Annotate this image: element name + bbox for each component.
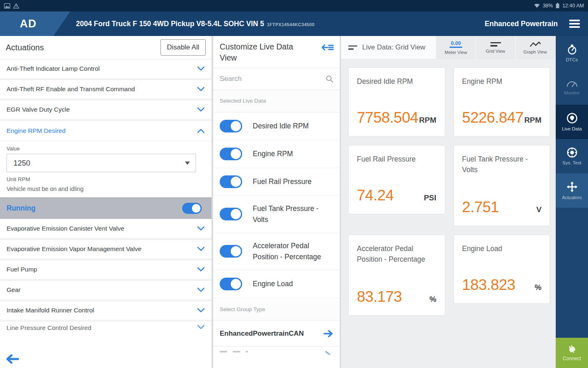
mode-label: Enhanced Powertrain <box>485 20 558 28</box>
actuation-item-egr-valve[interactable]: EGR Valve Duty Cycle <box>0 100 212 120</box>
chevron-down-icon[interactable] <box>197 107 205 112</box>
list-lines-icon <box>348 45 357 50</box>
graph-view-icon <box>530 41 541 47</box>
chevron-down-icon[interactable] <box>197 324 205 330</box>
live-data-toggle-row: Accelerator Pedal Position - Percentage <box>213 233 340 270</box>
dropdown-caret-icon <box>185 162 190 165</box>
actuation-item-anti-theft-lamp[interactable]: Anti-Theft Indicator Lamp Control <box>0 59 212 79</box>
card-value: 74.24 <box>357 187 394 204</box>
function-sidebar: DTCs Monitor Live Data Sys. Test Actuato… <box>555 36 588 368</box>
card-unit: V <box>536 205 541 214</box>
toggle-desired-idle-rpm[interactable] <box>220 120 242 132</box>
chevron-down-icon[interactable] <box>197 86 205 92</box>
card-desired-idle-rpm: Desired Idle RPM 7758.504 RPM <box>348 67 445 137</box>
card-unit: % <box>430 295 437 304</box>
sidebar-item-live-data[interactable]: Live Data <box>556 105 588 139</box>
chevron-down-icon[interactable] <box>197 267 205 272</box>
toggle-fuel-tank-pressure[interactable] <box>220 208 242 220</box>
running-row: Running <box>0 197 212 219</box>
actuation-item-line-pressure[interactable]: Line Pressure Control Desired <box>0 321 212 332</box>
screenshot-icon <box>4 3 10 9</box>
vehicle-vin: 1FTPX14544KC34500 <box>267 22 314 27</box>
card-fuel-rail-pressure: Fuel Rail Pressure 74.24 PSI <box>348 145 445 214</box>
warning-icon <box>13 3 19 9</box>
chevron-down-icon[interactable] <box>197 287 205 293</box>
sidebar-item-actuators[interactable]: Actuators <box>556 173 588 208</box>
live-data-toggle-row: Engine RPM <box>213 140 340 168</box>
clock-time: 12:40 AM <box>562 3 584 9</box>
card-unit: RPM <box>419 116 436 125</box>
hamburger-menu-icon[interactable] <box>569 20 580 28</box>
grid-view-icon <box>490 42 501 47</box>
actuation-item-gear[interactable]: Gear <box>0 280 212 301</box>
actuations-panel: Actuations Disable All Anti-Theft Indica… <box>0 36 212 368</box>
group-type-item[interactable]: EnhancedPowertrainCAN <box>213 321 340 347</box>
sidebar-item-dtcs[interactable]: DTCs <box>556 36 588 70</box>
actuation-item-evap-canister-vent[interactable]: Evaporative Emission Canister Vent Valve <box>0 219 212 239</box>
card-unit: % <box>535 283 541 292</box>
actuation-item-engine-rpm-desired[interactable]: Engine RPM Desired <box>0 120 212 141</box>
select-group-type-label: Select Group Type <box>213 298 340 321</box>
wifi-icon <box>534 4 540 8</box>
toggle-engine-load[interactable] <box>220 278 242 290</box>
live-data-toggle-row: Engine Load <box>213 270 340 298</box>
actuations-title: Actuations <box>6 43 44 52</box>
vehicle-title: 2004 Ford Truck F 150 4WD Pickup V8-5.4L… <box>76 20 264 28</box>
monitor-icon <box>566 80 578 88</box>
chevron-fragment-icon <box>325 351 331 355</box>
sidebar-item-sys-test[interactable]: Sys. Test <box>556 139 588 173</box>
back-arrow-icon[interactable] <box>6 354 20 364</box>
disable-all-button[interactable]: Disable All <box>160 39 206 56</box>
truncated-text <box>220 351 248 352</box>
live-data-card-grid: Desired Idle RPM 7758.504 RPM Engine RPM… <box>341 59 555 324</box>
toggle-accel-pedal-position[interactable] <box>220 245 242 258</box>
live-data-toggle-row: Fuel Tank Pressure - Volts <box>213 196 340 233</box>
rpm-value-select[interactable]: 1250 <box>7 154 196 172</box>
app-logo: AD <box>0 11 70 36</box>
forward-arrow-icon <box>323 330 333 337</box>
card-value: 183.823 <box>462 276 515 294</box>
card-fuel-tank-pressure-volts: Fuel Tank Pressure - Volts 2.751 V <box>454 145 550 226</box>
card-value: 2.751 <box>462 199 499 216</box>
grid-view-button[interactable]: Grid View <box>476 36 515 59</box>
running-toggle[interactable] <box>182 203 202 214</box>
card-value: 7758.504 <box>357 109 418 126</box>
sidebar-item-monitor[interactable]: Monitor <box>556 70 588 105</box>
chevron-down-icon[interactable] <box>197 307 205 313</box>
card-engine-rpm: Engine RPM 5226.847 RPM <box>454 67 550 137</box>
battery-percent: 38% <box>543 3 553 9</box>
chevron-down-icon[interactable] <box>197 246 205 252</box>
chevron-up-icon[interactable] <box>197 128 205 134</box>
live-data-toggle-row: Fuel Rail Pressure <box>213 168 340 196</box>
toggle-fuel-rail-pressure[interactable] <box>220 175 242 188</box>
view-title: Live Data: Grid View <box>362 43 425 52</box>
card-accelerator-pedal-position: Accelerator Pedal Position - Percentage … <box>348 235 445 316</box>
card-unit: PSI <box>424 193 437 202</box>
actuation-item-intake-manifold[interactable]: Intake Manifold Runner Control <box>0 301 212 321</box>
collapse-panel-icon[interactable] <box>322 43 334 64</box>
actuation-item-evap-vapor-mgmt[interactable]: Evaporative Emission Vapor Management Va… <box>0 239 212 260</box>
dtcs-icon <box>567 44 577 55</box>
search-row <box>213 68 340 90</box>
connect-button[interactable]: Connect <box>556 338 588 368</box>
actuation-item-fuel-pump[interactable]: Fuel Pump <box>0 260 212 280</box>
search-input[interactable] <box>220 75 326 83</box>
card-unit: RPM <box>524 116 541 125</box>
app-header: AD 2004 Ford Truck F 150 4WD Pickup V8-5… <box>0 11 588 36</box>
actuation-item-anti-theft-rf[interactable]: Anti-Theft RF Enable and Transmit Comman… <box>0 79 212 100</box>
value-field-label: Value <box>7 146 205 152</box>
live-data-main: Live Data: Grid View 0.00 Meter View Gri… <box>341 36 555 368</box>
engine-rpm-desired-detail: Value 1250 Unit RPM Vehicle must be on a… <box>0 141 212 219</box>
meter-view-button[interactable]: 0.00 Meter View <box>437 36 475 59</box>
requirement-note: Vehicle must be on and idling <box>7 186 205 192</box>
chevron-down-icon[interactable] <box>197 226 205 231</box>
live-data-toggle-row: Desired Idle RPM <box>213 112 340 140</box>
chevron-down-icon[interactable] <box>197 66 205 72</box>
graph-view-button[interactable]: Graph View <box>516 36 555 59</box>
status-bar: 38% 12:40 AM <box>0 0 588 11</box>
battery-icon <box>556 3 559 9</box>
toggle-engine-rpm[interactable] <box>220 148 242 160</box>
logo-text: AD <box>20 18 37 30</box>
actuators-icon <box>566 181 578 193</box>
unit-label: Unit RPM <box>7 176 205 182</box>
